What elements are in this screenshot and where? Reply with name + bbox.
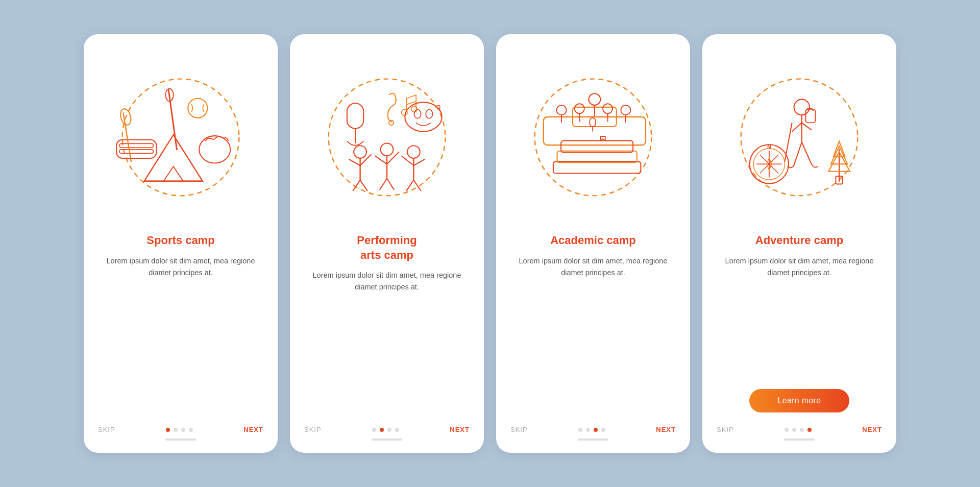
dot-3 <box>181 428 185 432</box>
svg-rect-53 <box>590 118 595 127</box>
academic-camp-nav: SKIP NEXT <box>510 422 676 433</box>
svg-point-21 <box>426 110 432 118</box>
dot-2 <box>586 428 590 432</box>
performing-arts-nav: SKIP NEXT <box>304 422 470 433</box>
svg-point-47 <box>575 104 584 113</box>
sports-camp-dots <box>166 428 193 432</box>
dot-3 <box>594 428 598 432</box>
svg-line-66 <box>802 142 812 164</box>
svg-point-45 <box>557 105 567 115</box>
svg-rect-2 <box>119 143 154 148</box>
svg-point-34 <box>407 145 420 158</box>
dot-1 <box>785 428 789 432</box>
performing-arts-desc: Lorem ipsum dolor sit dim amet, mea regi… <box>304 270 470 411</box>
svg-line-4 <box>124 113 131 161</box>
svg-point-58 <box>741 79 858 196</box>
svg-point-9 <box>199 136 230 163</box>
svg-point-40 <box>535 79 652 196</box>
learn-more-button[interactable]: Learn more <box>749 389 850 412</box>
academic-camp-desc: Lorem ipsum dolor sit dim amet, mea regi… <box>510 255 676 411</box>
dot-1 <box>578 428 582 432</box>
svg-line-31 <box>387 179 394 190</box>
academic-camp-next[interactable]: NEXT <box>656 426 676 433</box>
academic-camp-nav-bar <box>578 439 608 441</box>
dot-4 <box>189 428 193 432</box>
sports-camp-title: Sports camp <box>146 233 214 248</box>
svg-line-39 <box>413 159 425 165</box>
sports-camp-nav-bar <box>165 439 196 441</box>
sports-camp-desc: Lorem ipsum dolor sit dim amet, mea regi… <box>98 255 263 411</box>
dot-2 <box>380 428 384 432</box>
dot-2 <box>792 428 796 432</box>
adventure-camp-illustration: N <box>717 51 882 224</box>
adventure-camp-title: Adventure camp <box>755 233 843 248</box>
dot-1 <box>372 428 376 432</box>
sports-camp-next[interactable]: NEXT <box>243 426 263 433</box>
svg-point-43 <box>589 93 600 105</box>
performing-arts-nav-bar <box>372 439 402 441</box>
sports-camp-illustration <box>98 51 263 224</box>
svg-line-32 <box>375 156 387 164</box>
performing-arts-illustration <box>304 51 470 224</box>
svg-point-22 <box>354 145 366 158</box>
dot-4 <box>807 428 812 432</box>
academic-camp-illustration <box>510 51 676 224</box>
cards-container: Sports camp Lorem ipsum dolor sit dim am… <box>63 14 917 473</box>
performing-arts-dots <box>372 428 399 432</box>
performing-arts-next[interactable]: NEXT <box>450 426 470 433</box>
academic-camp-card: Academic camp Lorem ipsum dolor sit dim … <box>496 34 690 453</box>
svg-rect-55 <box>553 162 641 174</box>
svg-line-65 <box>794 142 802 167</box>
dot-3 <box>800 428 804 432</box>
svg-line-27 <box>360 154 372 165</box>
svg-point-49 <box>603 104 612 113</box>
svg-rect-60 <box>805 109 815 123</box>
adventure-camp-nav-bar <box>784 439 815 441</box>
adventure-camp-dots <box>785 428 812 432</box>
performing-arts-skip[interactable]: SKIP <box>304 426 322 433</box>
academic-camp-dots <box>578 428 605 432</box>
adventure-camp-next[interactable]: NEXT <box>862 426 882 433</box>
dot-2 <box>174 428 178 432</box>
sports-camp-card: Sports camp Lorem ipsum dolor sit dim am… <box>84 34 278 453</box>
svg-point-20 <box>414 110 421 118</box>
svg-line-38 <box>402 156 414 165</box>
academic-camp-title: Academic camp <box>550 233 636 248</box>
performing-arts-camp-card: Performing arts camp Lorem ipsum dolor s… <box>290 34 484 453</box>
svg-rect-12 <box>347 103 363 129</box>
svg-line-26 <box>349 159 360 165</box>
svg-point-28 <box>381 143 394 156</box>
svg-line-33 <box>387 152 399 164</box>
svg-point-8 <box>188 99 207 118</box>
svg-line-63 <box>792 123 802 131</box>
dot-4 <box>601 428 605 432</box>
svg-line-62 <box>785 123 792 161</box>
svg-point-59 <box>794 100 810 115</box>
svg-text:N: N <box>767 144 771 150</box>
svg-line-30 <box>380 179 387 190</box>
svg-point-18 <box>411 106 417 112</box>
performing-arts-title: Performing arts camp <box>357 233 416 262</box>
sports-camp-nav: SKIP NEXT <box>98 422 263 433</box>
adventure-camp-skip[interactable]: SKIP <box>717 426 734 433</box>
academic-camp-skip[interactable]: SKIP <box>510 426 528 433</box>
dot-1 <box>166 428 170 432</box>
svg-line-64 <box>802 123 812 130</box>
sports-camp-skip[interactable]: SKIP <box>98 426 115 433</box>
adventure-camp-desc: Lorem ipsum dolor sit dim amet, mea regi… <box>717 255 882 379</box>
adventure-camp-card: N Adventure camp Lorem ipsum dolor sit d… <box>702 34 896 453</box>
adventure-camp-nav: SKIP NEXT <box>717 422 882 433</box>
dot-4 <box>395 428 399 432</box>
svg-point-51 <box>621 105 630 115</box>
dot-3 <box>387 428 391 432</box>
